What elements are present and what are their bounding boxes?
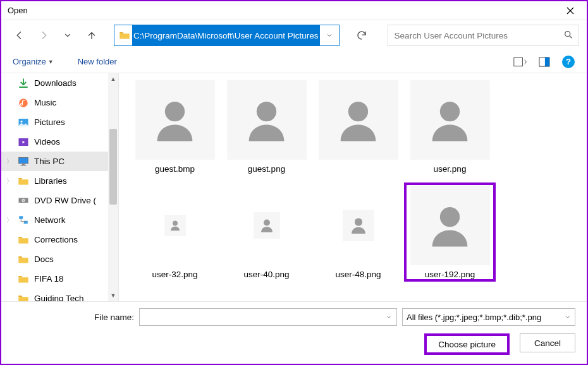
body: DownloadsMusicPicturesVideos〉This PC〉Lib… [1,73,587,301]
file-thumbnail [165,185,185,266]
file-thumbnail [254,185,279,266]
thispc-icon [18,156,29,167]
scroll-thumb[interactable] [109,129,117,205]
svg-rect-10 [21,165,27,165]
organize-menu[interactable]: Organize ▼ [10,51,56,73]
sidebar-item-label: DVD RW Drive ( [34,196,96,205]
file-thumbnail [411,185,489,266]
file-item[interactable]: user-192.png [404,182,496,282]
sidebar-item-label: FIFA 18 [34,274,64,284]
file-name: guest.png [248,164,285,174]
file-name: user-48.png [335,270,381,279]
svg-rect-9 [22,164,25,164]
address-bar[interactable]: C:\ProgramData\Microsoft\User Account Pi… [114,25,340,46]
file-item[interactable]: user-40.png [221,182,312,282]
view-mode-button[interactable] [511,53,530,71]
file-item[interactable]: user.png [404,77,496,176]
choose-picture-button[interactable]: Choose picture [424,333,510,355]
sidebar-item[interactable]: Pictures [1,112,108,132]
cancel-label: Cancel [534,338,561,348]
preview-pane-button[interactable] [535,53,554,71]
window-title: Open [8,6,558,15]
svg-point-13 [23,200,24,201]
svg-point-6 [21,121,23,123]
filename-label: File name: [13,313,134,322]
scroll-down-icon[interactable]: ▼ [108,290,118,301]
search-box[interactable] [388,25,579,46]
file-name: user-192.png [425,270,475,279]
close-button[interactable] [558,2,583,20]
titlebar: Open [1,1,587,20]
svg-point-18 [348,101,368,121]
help-button[interactable]: ? [559,53,578,71]
chevron-right-icon: 〉 [6,177,13,186]
network-icon [18,215,29,226]
up-button[interactable] [81,25,102,46]
file-item[interactable]: guest.bmp [129,77,221,176]
new-folder-button[interactable]: New folder [75,51,119,73]
sidebar-scrollbar[interactable]: ▲ ▼ [108,73,118,301]
svg-point-17 [257,101,276,121]
sidebar-item[interactable]: Downloads [1,73,108,93]
sidebar-item-label: Music [34,98,56,107]
videos-icon [18,136,29,148]
svg-rect-8 [19,157,28,163]
svg-point-20 [173,221,178,226]
file-name: user-40.png [243,270,289,279]
forward-button[interactable] [33,25,54,46]
folder-icon [117,28,132,42]
caret-down-icon: ▼ [48,59,54,65]
scroll-track[interactable] [108,85,118,290]
sidebar-item[interactable]: Corrections [1,230,108,249]
sidebar-item[interactable]: Music [1,93,108,112]
svg-point-16 [165,101,185,121]
folder-icon [18,234,29,246]
sidebar-item-label: Videos [34,137,60,147]
search-input[interactable] [393,30,563,41]
svg-point-0 [565,31,570,36]
file-item[interactable]: guest.png [221,77,312,176]
refresh-button[interactable] [348,25,375,46]
filename-input[interactable] [139,308,397,326]
back-button[interactable] [9,25,30,46]
svg-point-22 [354,218,362,225]
toolbar: Organize ▼ New folder ? [1,51,587,73]
file-item[interactable] [312,77,404,176]
filter-label: All files (*.jpg;*.jpeg;*.bmp;*.dib;*.pn… [407,313,541,322]
choose-picture-label: Choose picture [438,340,496,349]
sidebar-item[interactable]: DVD RW Drive ( [1,191,108,210]
scroll-up-icon[interactable]: ▲ [108,73,118,85]
folder-icon [18,273,29,285]
sidebar-item[interactable]: FIFA 18 [1,269,108,289]
file-type-filter[interactable]: All files (*.jpg;*.jpeg;*.bmp;*.dib;*.pn… [402,308,575,326]
cancel-button[interactable]: Cancel [520,333,575,352]
file-name: guest.bmp [155,164,195,174]
file-item[interactable]: user-48.png [312,182,404,282]
address-dropdown[interactable] [320,25,339,45]
recent-locations-button[interactable] [57,25,78,46]
open-dialog: Open C:\ProgramData\Microsoft\User Accou… [0,0,588,365]
filename-dropdown[interactable] [381,313,396,322]
file-grid: guest.bmpguest.pnguser.pnguser-32.pnguse… [119,73,587,301]
svg-rect-1 [514,57,523,66]
download-icon [18,78,29,89]
sidebar-item[interactable]: Guiding Tech [1,289,108,301]
svg-rect-14 [19,216,23,219]
sidebar-item-label: Docs [34,254,54,264]
file-thumbnail [319,80,398,160]
sidebar-item-label: Pictures [34,117,65,127]
sidebar-item-label: Corrections [34,235,78,244]
sidebar-item-label: Libraries [34,176,67,186]
nav-row: C:\ProgramData\Microsoft\User Account Pi… [1,20,587,51]
file-item[interactable]: user-32.png [129,182,221,282]
sidebar-item[interactable]: 〉Network [1,210,108,230]
sidebar-item[interactable]: 〉This PC [1,152,108,171]
address-text[interactable]: C:\ProgramData\Microsoft\User Account Pi… [132,25,320,45]
sidebar-item[interactable]: Videos [1,132,108,152]
music-icon [18,97,29,109]
sidebar-item[interactable]: 〉Libraries [1,171,108,191]
pictures-icon [18,117,29,128]
chevron-right-icon: 〉 [6,216,13,225]
svg-point-19 [440,101,460,121]
sidebar-item[interactable]: Docs [1,249,108,269]
